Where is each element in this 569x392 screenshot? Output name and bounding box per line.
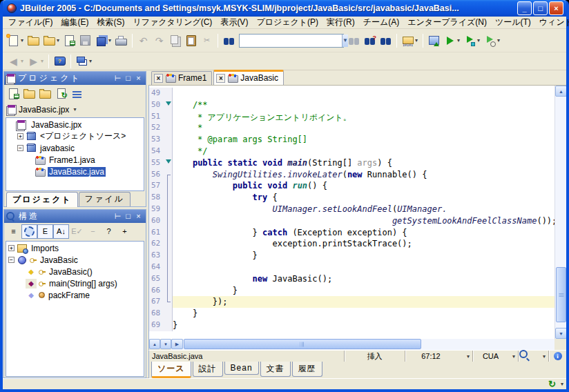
maximize-panel-icon[interactable]: □ (123, 73, 133, 84)
horizontal-scroll-thumb[interactable] (184, 339, 421, 349)
chevron-down-icon[interactable]: ▾ (41, 58, 44, 64)
window-list-button[interactable]: ▾ (74, 53, 94, 70)
new-file-button[interactable]: ▾ (6, 32, 26, 49)
panel-tab-inactive[interactable]: ファイル (79, 192, 131, 206)
close-panel-icon[interactable]: × (133, 73, 144, 84)
menu-item[interactable]: 実行(R) (322, 16, 359, 29)
chevron-down-icon[interactable]: ▾ (477, 37, 480, 43)
structure-panel-header[interactable]: 構造 ⊢ □ × (4, 210, 146, 223)
pin-icon[interactable]: ⊢ (113, 211, 123, 222)
split-down-icon[interactable]: ▼ (160, 339, 171, 349)
code-area[interactable]: 4950 /**51 * アプリケーションエントリポイント。52 *53 * @… (149, 86, 554, 339)
menu-item[interactable]: ウィンドウ(W) (535, 16, 569, 29)
menu-item[interactable]: チーム(A) (359, 16, 404, 29)
code-text[interactable]: } (173, 250, 554, 262)
tree-item[interactable]: Frame1.java (6, 154, 144, 166)
chevron-down-icon[interactable]: ▾ (457, 37, 460, 43)
profile-button[interactable]: ▾ (482, 32, 502, 49)
code-text[interactable]: * アプリケーションエントリポイント。 (173, 111, 554, 123)
debug-button[interactable]: ▾ (462, 32, 482, 49)
view-tab-active[interactable]: ソース (151, 362, 191, 378)
collapse-icon[interactable]: − (17, 145, 23, 151)
status-caret-position[interactable]: 67:12 ▾ (405, 351, 472, 362)
open-file-button[interactable]: ▾ (41, 32, 61, 49)
print-button[interactable] (113, 32, 129, 49)
view-tab-inactive[interactable]: Bean (224, 362, 259, 375)
show-separators-button[interactable] (6, 224, 21, 239)
menu-item[interactable]: リファクタリング(C) (128, 16, 216, 29)
code-text[interactable]: public static void main(String[] args) { (173, 157, 554, 169)
search-combo-input[interactable] (240, 35, 342, 47)
chevron-down-icon[interactable]: ▾ (543, 353, 546, 360)
code-text[interactable]: } (173, 308, 554, 320)
status-zoom[interactable]: ▾ (518, 351, 548, 362)
menu-item[interactable]: 編集(E) (57, 16, 93, 29)
code-text[interactable]: } catch (Exception exception) { (173, 227, 554, 239)
code-text[interactable]: */ (173, 146, 554, 157)
chevron-down-icon[interactable]: ▾ (512, 353, 515, 360)
project-selector[interactable]: JavaBasic.jpx ▾ (4, 102, 146, 117)
project-properties-button[interactable] (69, 86, 85, 101)
expand-all-button[interactable] (117, 224, 133, 239)
paste-button[interactable] (183, 32, 199, 49)
code-line[interactable]: 56 SwingUtilities.invokeLater(new Runnab… (149, 169, 554, 181)
collapse-icon[interactable]: − (8, 257, 15, 263)
project-panel-header[interactable]: プロジェクト ⊢ □ × (4, 72, 146, 85)
title-bar[interactable]: JBuilder 2005 - C:/Documents and Setting… (3, 0, 566, 17)
tree-item[interactable]: +<プロジェクトソース> (6, 130, 144, 142)
code-line[interactable]: 67 }); (149, 296, 554, 308)
search-button[interactable] (221, 32, 237, 49)
format-folder-button[interactable]: 10101▾ (400, 32, 420, 49)
run-button[interactable]: ▾ (442, 32, 462, 49)
tree-item[interactable]: ◆main(String[] args) (6, 277, 144, 289)
menu-item[interactable]: ファイル(F) (4, 16, 57, 29)
doc-warnings-button[interactable] (101, 224, 117, 239)
minimize-button[interactable]: _ (517, 1, 532, 15)
search-in-path-button[interactable] (378, 32, 394, 49)
code-line[interactable]: 62 exception.printStackTrace(); (149, 238, 554, 250)
code-line[interactable]: 59 UIManager.setLookAndFeel(UIManager. (149, 204, 554, 215)
chevron-down-icon[interactable]: ▾ (21, 58, 23, 64)
chevron-down-icon[interactable]: ▾ (415, 37, 418, 43)
vertical-scroll-thumb[interactable] (556, 267, 566, 322)
chevron-down-icon[interactable]: ▾ (89, 58, 92, 64)
chevron-down-icon[interactable]: ▾ (21, 37, 23, 43)
panel-tab-active[interactable]: プロジェクト (6, 192, 78, 207)
close-button[interactable]: × (549, 1, 563, 15)
save-project-button[interactable] (61, 32, 77, 49)
tree-item[interactable]: ◆packFrame (6, 289, 144, 301)
menu-item[interactable]: プロジェクト(P) (252, 16, 322, 29)
expand-icon[interactable]: + (8, 245, 15, 251)
view-tab-inactive[interactable]: 設計 (193, 362, 223, 377)
code-line[interactable]: 57 public void run() { (149, 180, 554, 192)
make-project-button[interactable] (426, 32, 442, 49)
status-keymap[interactable]: CUA ▾ (472, 351, 518, 362)
vertical-scrollbar[interactable]: ▲ ▼ (554, 86, 566, 339)
code-line[interactable]: 69} (149, 320, 554, 331)
tree-item[interactable]: −JavaBasic (6, 254, 144, 266)
menu-item[interactable]: 表示(V) (216, 16, 252, 29)
code-line[interactable]: 55 public static void main(String[] args… (149, 157, 554, 169)
maximize-button[interactable]: □ (533, 1, 548, 15)
fold-collapse-icon[interactable] (166, 101, 171, 106)
refresh-project-button[interactable]: ↻ (53, 86, 69, 101)
open-project-button[interactable] (26, 32, 41, 49)
tree-item[interactable]: ◆JavaBasic() (6, 266, 144, 277)
code-text[interactable]: * @param args String[] (173, 134, 554, 146)
search-help-button[interactable]: ? (362, 32, 378, 49)
code-text[interactable]: /** (173, 99, 554, 111)
code-line[interactable]: 61 } catch (Exception exception) { (149, 227, 554, 239)
scroll-up-icon[interactable]: ▲ (555, 86, 566, 97)
code-text[interactable]: } (173, 320, 554, 331)
code-line[interactable]: 50 /** (149, 99, 554, 111)
code-line[interactable]: 51 * アプリケーションエントリポイント。 (149, 111, 554, 123)
chevron-down-icon[interactable]: ▾ (561, 381, 563, 387)
code-text[interactable]: try { (173, 192, 554, 204)
code-text[interactable]: getSystemLookAndFeelClassName()); (173, 215, 554, 227)
tree-item[interactable]: +Imports (6, 242, 144, 254)
settings-gear-button[interactable] (21, 224, 37, 239)
maximize-panel-icon[interactable]: □ (123, 211, 133, 222)
view-tab-inactive[interactable]: 文書 (260, 362, 291, 377)
chevron-down-icon[interactable]: ▾ (467, 353, 470, 360)
sort-button[interactable] (53, 224, 69, 239)
